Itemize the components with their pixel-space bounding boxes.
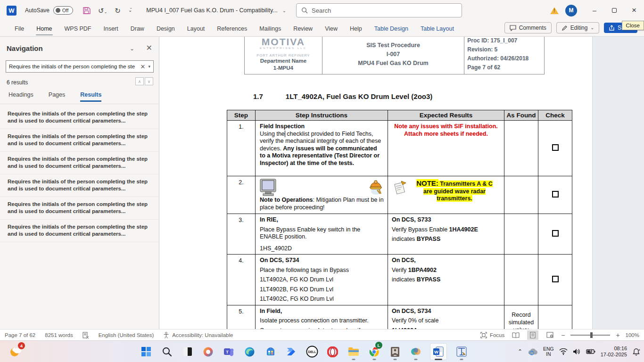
close-button[interactable]: × xyxy=(624,0,644,21)
as-found-cell[interactable]: Record simulated value: xyxy=(504,305,538,329)
tab-layout[interactable]: Layout xyxy=(181,22,211,36)
check-cell[interactable] xyxy=(538,255,572,305)
next-result-button[interactable]: ∨ xyxy=(145,77,153,85)
clock[interactable]: 08:16 17-02-2025 xyxy=(601,346,627,358)
redo-icon[interactable]: ↻ xyxy=(115,7,121,14)
as-found-cell[interactable] xyxy=(504,121,538,176)
step-instructions-cell[interactable]: Note to Operations: Mitigation Plan must… xyxy=(256,176,388,214)
tab-design[interactable]: Design xyxy=(150,22,181,36)
tab-draw[interactable]: Draw xyxy=(124,22,150,36)
read-mode-button[interactable] xyxy=(510,330,521,340)
opera-icon[interactable] xyxy=(326,343,339,360)
checkbox[interactable] xyxy=(552,230,559,237)
tab-table-layout[interactable]: Table Layout xyxy=(414,22,460,36)
nav-tab-headings[interactable]: Headings xyxy=(8,91,33,101)
colorful-circles-app-icon[interactable] xyxy=(409,343,422,360)
search-options-chevron-icon[interactable]: ▾ xyxy=(148,64,150,69)
wifi-icon[interactable] xyxy=(559,348,568,355)
check-cell[interactable] xyxy=(538,176,572,214)
tab-file[interactable]: File xyxy=(8,22,30,36)
web-layout-button[interactable] xyxy=(544,330,555,340)
expected-results-cell[interactable]: On DCS, S733 Verify Bypass Enable 1HA490… xyxy=(388,214,504,255)
snipping-tool-icon[interactable] xyxy=(455,343,468,360)
microsoft-store-icon[interactable] xyxy=(264,343,277,360)
search-result-item[interactable]: Requires the initials of the person comp… xyxy=(0,220,158,242)
restore-button[interactable] xyxy=(604,0,624,21)
word-app-icon[interactable]: W xyxy=(7,6,17,16)
search-result-item[interactable]: Requires the initials of the person comp… xyxy=(0,107,158,129)
navigation-pane-close-icon[interactable]: ✕ xyxy=(146,43,152,52)
undo-icon[interactable]: ↺⌄ xyxy=(98,7,107,14)
focus-mode-button[interactable]: Focus xyxy=(490,332,504,338)
customize-toolbar-icon[interactable]: ⌄̄ xyxy=(128,8,132,13)
navigation-pane-chevron-icon[interactable]: ⌄ xyxy=(130,45,134,52)
warning-icon[interactable] xyxy=(550,7,559,14)
teams-icon[interactable]: T xyxy=(223,343,235,360)
expected-results-cell[interactable]: NOTE: Transmitters A & C are guided wave… xyxy=(388,176,504,214)
search-result-item[interactable]: Requires the initials of the person comp… xyxy=(0,152,158,174)
tray-chevron-icon[interactable]: ⌃ xyxy=(518,348,522,355)
expected-results-cell[interactable]: On DCS, Verify 1BPA4902 indicates BYPASS xyxy=(388,255,504,305)
word-taskbar-icon[interactable]: W xyxy=(430,343,447,360)
as-found-cell[interactable] xyxy=(504,176,538,214)
notification-bell-icon[interactable]: z xyxy=(632,348,640,356)
as-found-cell[interactable] xyxy=(504,255,538,305)
previous-result-button[interactable]: ∧ xyxy=(135,77,144,85)
nav-tab-pages[interactable]: Pages xyxy=(49,91,65,101)
zoom-out-button[interactable]: − xyxy=(561,331,565,339)
tab-help[interactable]: Help xyxy=(344,22,368,36)
page-indicator[interactable]: Page 7 of 62 xyxy=(5,332,35,338)
proofing-icon[interactable] xyxy=(83,332,89,338)
check-cell[interactable] xyxy=(538,214,572,255)
document-title[interactable]: MPU4 I_007 Fuel Gas K.O. Drum - Compatib… xyxy=(146,7,286,14)
search-result-item[interactable]: Requires the initials of the person comp… xyxy=(0,174,158,197)
chrome-icon[interactable]: L xyxy=(368,343,380,360)
file-explorer-icon[interactable] xyxy=(347,343,360,360)
checkbox[interactable] xyxy=(552,144,559,151)
step-instructions-cell[interactable]: In Field, Isolate process connection on … xyxy=(256,305,388,329)
save-icon[interactable] xyxy=(83,7,91,15)
zoom-slider-thumb[interactable] xyxy=(590,332,593,338)
tab-table-design[interactable]: Table Design xyxy=(368,22,414,36)
search-result-item[interactable]: Requires the initials of the person comp… xyxy=(0,197,158,220)
tab-insert[interactable]: Insert xyxy=(97,22,124,36)
tab-references[interactable]: References xyxy=(211,22,253,36)
zoom-level[interactable]: 100% xyxy=(626,332,639,338)
tab-home[interactable]: Home xyxy=(30,22,58,36)
onedrive-cloud-icon[interactable] xyxy=(528,348,538,355)
checkbox[interactable] xyxy=(552,276,559,282)
word-count[interactable]: 8251 words xyxy=(45,332,73,338)
document-page[interactable]: MOTIVA ENTERPRISES LLC PORT ARTHUR REFIN… xyxy=(159,37,644,329)
edge-icon[interactable] xyxy=(243,343,256,360)
expected-results-cell[interactable]: Note any issues with SIF installation. A… xyxy=(388,121,504,176)
account-avatar[interactable]: M xyxy=(565,5,577,16)
volume-icon[interactable] xyxy=(573,348,581,355)
tab-wps-pdf[interactable]: WPS PDF xyxy=(58,22,98,36)
clear-search-icon[interactable]: ✕ xyxy=(140,63,146,70)
language-indicator[interactable]: English (United States) xyxy=(99,332,154,338)
accessibility-status[interactable]: Accessibility: Unavailable xyxy=(172,332,233,338)
autosave-toggle[interactable]: Off xyxy=(53,6,73,15)
as-found-cell[interactable] xyxy=(504,214,538,255)
search-box[interactable]: Search xyxy=(296,3,462,17)
widgets-weather-icon[interactable]: 4 xyxy=(8,345,23,359)
language-tray-indicator[interactable]: ENGIN xyxy=(543,346,554,357)
dell-icon[interactable]: DELL xyxy=(305,343,318,360)
zoom-in-button[interactable]: + xyxy=(616,331,619,339)
step-instructions-cell[interactable]: Field Inspection Using the checklist pro… xyxy=(256,121,388,176)
step-instructions-cell[interactable]: On DCS, S734 Place the following tags in… xyxy=(256,255,388,305)
tab-mailings[interactable]: Mailings xyxy=(253,22,287,36)
editing-mode-button[interactable]: Editing ⌄ xyxy=(556,22,599,33)
check-cell[interactable] xyxy=(538,121,572,176)
tab-review[interactable]: Review xyxy=(287,22,319,36)
start-button[interactable] xyxy=(140,343,152,360)
minimize-button[interactable]: – xyxy=(585,0,604,21)
battery-icon[interactable] xyxy=(586,349,595,354)
copilot-icon[interactable] xyxy=(202,343,215,360)
comments-button[interactable]: Comments xyxy=(504,22,552,33)
check-cell[interactable] xyxy=(538,305,572,329)
power-automate-icon[interactable] xyxy=(285,343,297,360)
nav-tab-results[interactable]: Results xyxy=(80,91,101,101)
tab-view[interactable]: View xyxy=(319,22,344,36)
zoom-slider[interactable] xyxy=(570,335,610,336)
